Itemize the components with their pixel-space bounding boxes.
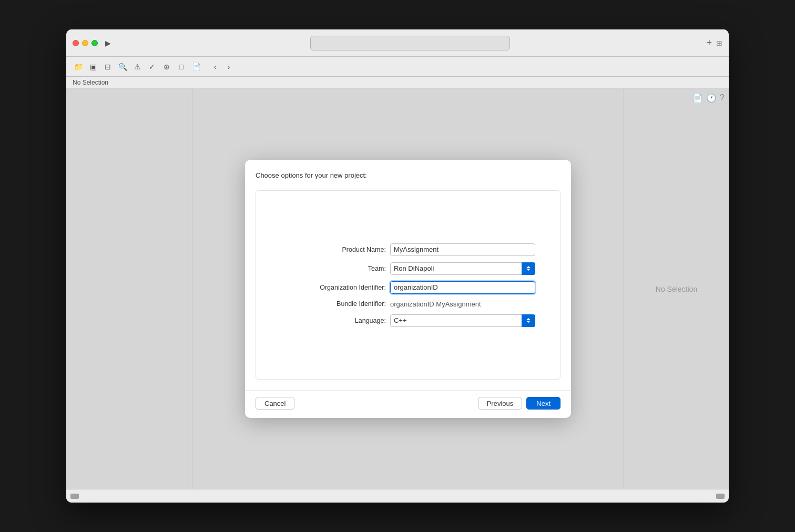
inspector-icon[interactable]: ▣ [87, 61, 99, 73]
folder-icon[interactable]: 📁 [73, 61, 84, 73]
run-button[interactable]: ▶ [102, 37, 114, 49]
form-grid: Product Name: Team: Ron DiNapoli [281, 243, 535, 327]
modal-title-area: Choose options for your new project: [245, 160, 571, 180]
main-area: Choose options for your new project: Pro… [66, 89, 729, 489]
previous-button[interactable]: Previous [478, 397, 523, 410]
history-icon[interactable]: 🕐 [706, 93, 717, 103]
title-bar-center [118, 36, 702, 50]
new-project-modal: Choose options for your new project: Pro… [245, 160, 571, 418]
team-label: Team: [281, 265, 386, 272]
right-panel: 📄 🕐 ? No Selection [624, 89, 729, 489]
title-bar: ▶ + ⊞ [66, 29, 729, 57]
inspector-icons: 📄 🕐 ? [692, 93, 725, 103]
scheme-selector[interactable] [310, 36, 510, 50]
maximize-button[interactable] [91, 40, 98, 46]
traffic-lights [73, 40, 98, 46]
footer-right: Previous Next [478, 397, 560, 410]
layout-icon[interactable]: ⊟ [102, 61, 114, 73]
bundle-identifier-label: Bundle Identifier: [281, 300, 386, 308]
nav-back-icon[interactable]: ‹ [209, 61, 221, 73]
no-selection-bar: No Selection [66, 77, 729, 89]
cancel-button[interactable]: Cancel [256, 397, 294, 410]
rect-icon[interactable]: □ [176, 61, 187, 73]
warning-icon[interactable]: ⚠ [131, 61, 143, 73]
add-button[interactable]: + [706, 37, 712, 48]
next-button[interactable]: Next [526, 397, 560, 410]
product-name-input[interactable] [390, 243, 535, 256]
language-select[interactable]: C++ Swift Objective-C [390, 314, 535, 327]
language-label: Language: [281, 317, 386, 324]
xcode-window: ▶ + ⊞ 📁 ▣ ⊟ 🔍 ⚠ ✓ ⊕ □ 📄 ‹ › No Selection [66, 29, 729, 503]
bottom-bar [66, 489, 729, 503]
product-name-label: Product Name: [281, 246, 386, 253]
bottom-right-icon [716, 494, 725, 499]
right-no-selection: No Selection [656, 285, 697, 293]
minimize-button[interactable] [82, 40, 88, 46]
center-panel: Choose options for your new project: Pro… [192, 89, 624, 489]
link-icon[interactable]: ⊕ [161, 61, 172, 73]
check-icon[interactable]: ✓ [146, 61, 158, 73]
toolbar-row: 📁 ▣ ⊟ 🔍 ⚠ ✓ ⊕ □ 📄 ‹ › [66, 57, 729, 77]
search-icon[interactable]: 🔍 [117, 61, 128, 73]
bundle-identifier-value: organizationID.MyAssignment [390, 300, 535, 308]
team-select-wrapper: Ron DiNapoli [390, 262, 535, 275]
team-select[interactable]: Ron DiNapoli [390, 262, 535, 275]
help-icon[interactable]: ? [720, 93, 725, 103]
breadcrumb-area: ‹ › [209, 61, 235, 73]
title-bar-right: + ⊞ [706, 37, 722, 48]
nav-forward-icon[interactable]: › [223, 61, 235, 73]
language-select-wrapper: C++ Swift Objective-C [390, 314, 535, 327]
left-panel [66, 89, 192, 489]
close-button[interactable] [73, 40, 79, 46]
modal-content: Product Name: Team: Ron DiNapoli [245, 180, 571, 390]
modal-inner-box: Product Name: Team: Ron DiNapoli [256, 190, 560, 380]
org-identifier-label: Organization Identifier: [281, 284, 386, 291]
panel-toggle-icon[interactable]: ⊞ [716, 39, 722, 47]
modal-footer: Cancel Previous Next [245, 390, 571, 418]
org-identifier-input[interactable] [390, 281, 535, 294]
modal-title: Choose options for your new project: [256, 171, 367, 179]
file-inspector-icon[interactable]: 📄 [692, 93, 703, 103]
bottom-icon [70, 494, 79, 499]
doc-icon[interactable]: 📄 [190, 61, 202, 73]
